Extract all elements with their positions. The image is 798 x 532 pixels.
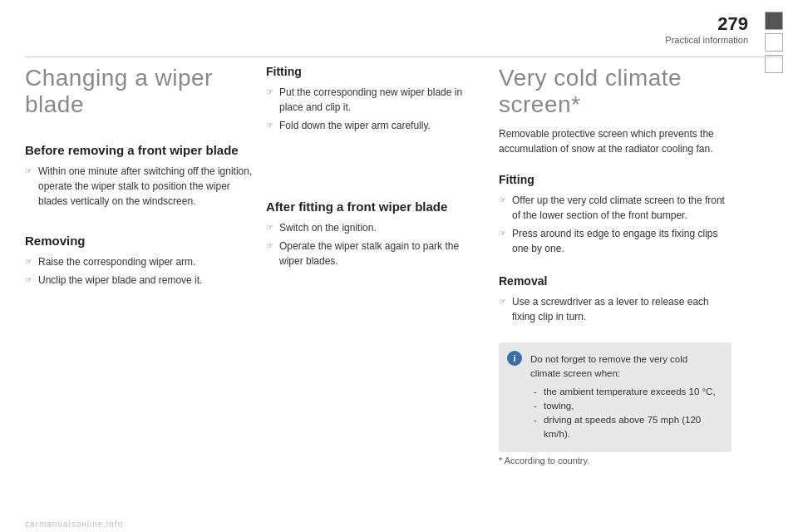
page-number: 279: [665, 15, 748, 33]
fitting-item-1: Put the corresponding new wiper blade in…: [266, 85, 482, 115]
cold-climate-subtitle: Removable protective screen which preven…: [499, 126, 732, 156]
before-removing-section: Before removing a front wiper blade With…: [25, 143, 258, 209]
removing-section: Removing Raise the corresponding wiper a…: [25, 234, 258, 288]
after-fitting-item-1: Switch on the ignition.: [266, 220, 482, 235]
removing-item-1: Raise the corresponding wiper arm.: [25, 254, 258, 269]
info-box-item-1: the ambient temperature exceeds 10 °C,: [530, 385, 720, 399]
nav-box-2[interactable]: [765, 33, 783, 52]
removing-list: Raise the corresponding wiper arm. Uncli…: [25, 254, 258, 288]
watermark: carmanualsонline.info: [25, 520, 123, 529]
removal-item-1: Use a screwdriver as a lever to release …: [499, 294, 732, 324]
removal-heading: Removal: [499, 274, 732, 288]
info-box: i Do not forget to remove the very cold …: [499, 342, 732, 452]
page-header: 279 Practical information: [665, 15, 748, 45]
info-icon: i: [507, 351, 522, 366]
before-removing-heading: Before removing a front wiper blade: [25, 143, 258, 157]
removal-section: Removal Use a screwdriver as a lever to …: [499, 274, 732, 324]
far-right-column: Very cold climate screen* Removable prot…: [499, 65, 732, 472]
cold-climate-title: Very cold climate screen*: [499, 65, 732, 118]
after-fitting-heading: After fitting a front wiper blade: [266, 200, 482, 214]
fitting-item-2: Fold down the wiper arm carefully.: [266, 118, 482, 133]
fitting-heading: Fitting: [266, 65, 482, 78]
page-title: Changing a wiper blade: [25, 65, 258, 118]
right-section: Fitting Put the corresponding new wiper …: [266, 65, 783, 472]
middle-column: Fitting Put the corresponding new wiper …: [266, 65, 482, 287]
cold-fitting-item-2: Press around its edge to engage its fixi…: [499, 226, 732, 256]
removing-item-2: Unclip the wiper blade and remove it.: [25, 273, 258, 288]
after-fitting-item-2: Operate the wiper stalk again to park th…: [266, 239, 482, 268]
cold-fitting-item-1: Offer up the very cold climate screen to…: [499, 193, 732, 223]
removal-list: Use a screwdriver as a lever to release …: [499, 294, 732, 324]
nav-boxes: [765, 12, 783, 73]
info-box-item-2: towing,: [530, 399, 720, 413]
nav-box-1[interactable]: [765, 12, 783, 30]
info-box-list: the ambient temperature exceeds 10 °C, t…: [530, 385, 720, 442]
fitting-list: Put the corresponding new wiper blade in…: [266, 85, 482, 133]
cold-fitting-list: Offer up the very cold climate screen to…: [499, 193, 732, 256]
page-section-label: Practical information: [665, 35, 748, 45]
info-box-item-3: driving at speeds above 75 mph (120 km/h…: [530, 413, 720, 442]
main-content: Changing a wiper blade Before removing a…: [25, 65, 783, 515]
before-removing-item-1: Within one minute after switching off th…: [25, 164, 258, 209]
footnote-text: * According to country.: [499, 456, 589, 466]
footnote: * According to country.: [499, 456, 732, 466]
before-removing-list: Within one minute after switching off th…: [25, 164, 258, 209]
cold-fitting-heading: Fitting: [499, 173, 732, 186]
after-fitting-section: After fitting a front wiper blade Switch…: [266, 200, 482, 268]
info-box-text: Do not forget to remove the very cold cl…: [530, 354, 687, 378]
after-fitting-list: Switch on the ignition. Operate the wipe…: [266, 220, 482, 268]
fitting-section: Fitting Put the corresponding new wiper …: [266, 65, 482, 133]
info-box-content: Do not forget to remove the very cold cl…: [530, 352, 720, 442]
top-divider: [25, 57, 783, 57]
cold-fitting-section: Fitting Offer up the very cold climate s…: [499, 173, 732, 256]
left-column: Changing a wiper blade Before removing a…: [25, 65, 258, 306]
removing-heading: Removing: [25, 234, 258, 248]
